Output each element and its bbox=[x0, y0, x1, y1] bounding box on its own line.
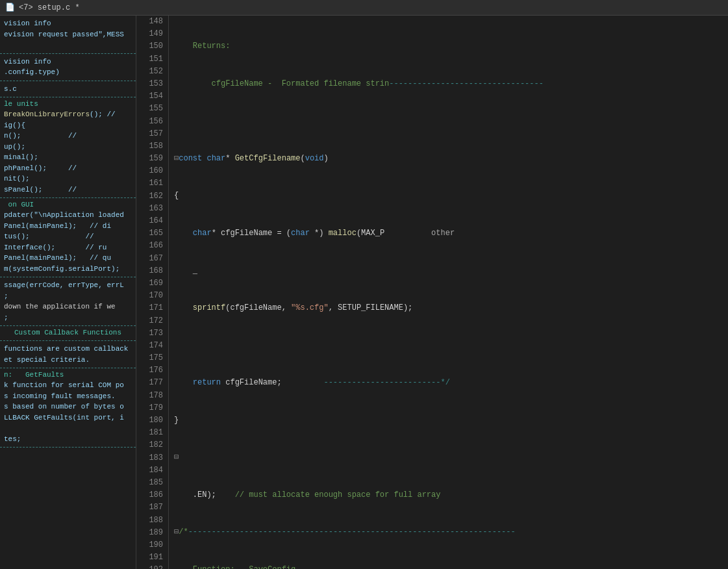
left-line: .config.type) bbox=[4, 67, 132, 78]
left-line: LLBACK GetFaults(int port, i bbox=[4, 412, 132, 424]
code-line-153: char* cfgFileName = (char *) malloc(MAX_… bbox=[174, 227, 723, 240]
left-line: phPanel(); // bbox=[4, 163, 132, 174]
left-line: nit(); bbox=[4, 173, 132, 184]
left-line: n(); // bbox=[4, 131, 132, 142]
code-line-158: } bbox=[174, 414, 723, 427]
left-line: s incoming fault messages. bbox=[4, 391, 132, 402]
left-line: vision info bbox=[4, 18, 132, 29]
left-line: functions are custom callback bbox=[4, 344, 132, 355]
left-line: ssage(errCode, errType, errL bbox=[4, 280, 132, 291]
code-line-157: return cfgFileName; --------------------… bbox=[174, 377, 723, 389]
left-section-title: Custom Callback Functions bbox=[4, 329, 132, 336]
left-section-ssage: ssage(errCode, errType, errL ; down the … bbox=[0, 277, 136, 326]
left-line: minal(); bbox=[4, 152, 132, 163]
left-section-title: le units bbox=[4, 100, 132, 108]
left-section-ongui: on GUI pdater("\nApplication loaded Pane… bbox=[0, 198, 136, 277]
left-line: s based on number of bytes o bbox=[4, 401, 132, 412]
left-line: BreakOnLibraryErrors(); // bbox=[4, 109, 132, 120]
code-line-150 bbox=[174, 116, 723, 128]
left-section-leunits: le units BreakOnLibraryErrors(); // ig()… bbox=[0, 97, 136, 198]
code-line-160: .EN); // must allocate enough space for … bbox=[174, 489, 723, 501]
left-line: up(); bbox=[4, 142, 132, 153]
title-bar: 📄 <7> setup.c * bbox=[0, 0, 728, 16]
left-line: tus(); // bbox=[4, 231, 132, 242]
code-line-156 bbox=[174, 340, 723, 352]
code-line-162: Function: SaveConfig bbox=[174, 564, 723, 569]
left-section-callback-desc: functions are custom callback et special… bbox=[0, 341, 136, 368]
left-section-title: n: GetFaults bbox=[4, 371, 132, 379]
code-lines: Returns: cfgFileName - Formated filename… bbox=[169, 16, 728, 569]
code-line-159: ⊟ bbox=[174, 451, 723, 464]
left-section-filesc: s.c bbox=[0, 81, 136, 98]
code-line-154: _ bbox=[174, 265, 723, 277]
file-icon: 📄 bbox=[5, 3, 15, 12]
tab-title[interactable]: <7> setup.c * bbox=[19, 3, 80, 12]
left-line: ig(){ bbox=[4, 120, 132, 131]
left-line-down: down the application if we bbox=[4, 301, 132, 312]
left-panel: vision info evision request passed",MESS… bbox=[0, 16, 136, 569]
left-line: vision info bbox=[4, 57, 132, 68]
left-line: k function for serial COM po bbox=[4, 380, 132, 391]
left-section-vision1: vision info evision request passed",MESS bbox=[0, 16, 136, 54]
left-line: evision request passed",MESS bbox=[4, 29, 132, 40]
code-line-148: Returns: bbox=[174, 40, 723, 53]
code-content: 148 149 150 151 152 153 154 155 156 157 … bbox=[136, 16, 728, 569]
left-section-title: on GUI bbox=[4, 201, 132, 209]
left-line: ; bbox=[4, 312, 132, 323]
left-line bbox=[4, 423, 132, 434]
main-layout: vision info evision request passed",MESS… bbox=[0, 16, 728, 569]
code-line-151: ⊟const char* GetCfgFilename(void) bbox=[174, 153, 723, 165]
left-line: Panel(mainPanel); // di bbox=[4, 221, 132, 232]
left-line: Panel(mainPanel); // qu bbox=[4, 253, 132, 264]
left-line: s.c bbox=[4, 84, 132, 95]
left-line: m(systemConfig.serialPort); bbox=[4, 264, 132, 275]
left-line: tes; bbox=[4, 434, 132, 445]
line-numbers: 148 149 150 151 152 153 154 155 156 157 … bbox=[136, 16, 169, 569]
left-line: ; bbox=[4, 291, 132, 302]
left-line: Interface(); // ru bbox=[4, 242, 132, 253]
code-line-155: sprintf(cfgFileName, "%s.cfg", SETUP_FIL… bbox=[174, 302, 723, 314]
code-line-149: cfgFileName - Formated filename strin---… bbox=[174, 78, 723, 90]
code-line-152: { bbox=[174, 190, 723, 202]
left-line: et special criteria. bbox=[4, 355, 132, 366]
code-line-161: ⊟/*-------------------------------------… bbox=[174, 526, 723, 538]
left-section-callback: Custom Callback Functions bbox=[0, 326, 136, 341]
left-line bbox=[4, 40, 132, 51]
left-section-getfaults: n: GetFaults k function for serial COM p… bbox=[0, 368, 136, 448]
left-line: sPanel(); // bbox=[4, 184, 132, 196]
left-line: pdater("\nApplication loaded bbox=[4, 210, 132, 221]
code-panel[interactable]: 148 149 150 151 152 153 154 155 156 157 … bbox=[136, 16, 728, 569]
left-section-vision2: vision info .config.type) bbox=[0, 54, 136, 81]
